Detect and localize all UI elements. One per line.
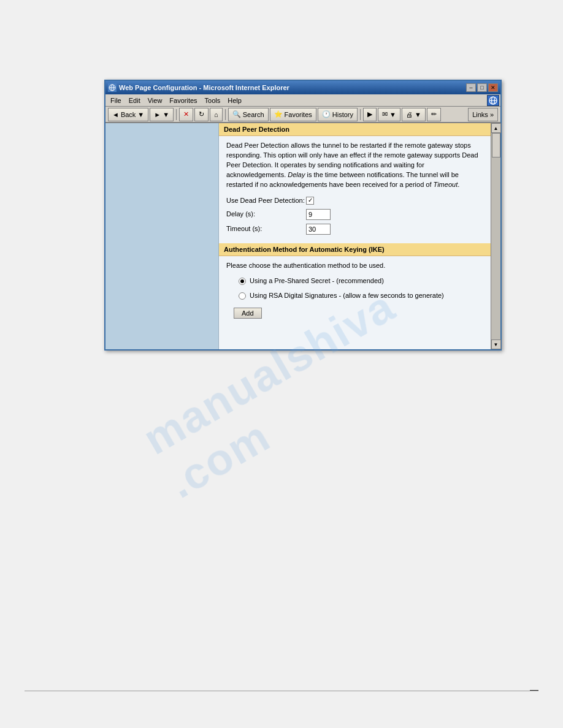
media-button[interactable]: ▶ (363, 108, 377, 121)
dpd-description: Dead Peer Detection allows the tunnel to… (226, 141, 483, 190)
menu-view[interactable]: View (144, 96, 166, 105)
delay-row: Delay (s): (226, 209, 483, 220)
dead-peer-detection-body: Dead Peer Detection allows the tunnel to… (219, 136, 491, 243)
scroll-down-button[interactable]: ▼ (491, 339, 501, 349)
search-button[interactable]: 🔍 Search (228, 108, 269, 121)
rsa-radio[interactable] (239, 292, 246, 300)
main-content: Dead Peer Detection Dead Peer Detection … (219, 123, 491, 349)
rsa-label: Using RSA Digital Signatures - (allow a … (250, 291, 444, 300)
refresh-button[interactable]: ↻ (194, 108, 209, 121)
timeout-label: Timeout (s): (226, 224, 306, 233)
auth-method-body: Please choose the authentication method … (219, 256, 491, 324)
browser-content: Dead Peer Detection Dead Peer Detection … (105, 123, 500, 349)
radio-dot-selected (240, 279, 244, 283)
stop-button[interactable]: ✕ (179, 108, 193, 121)
title-bar: Web Page Configuration - Microsoft Inter… (105, 81, 500, 94)
sidebar (105, 123, 219, 349)
rsa-digital-row: Using RSA Digital Signatures - (allow a … (226, 291, 483, 300)
favorites-button[interactable]: ⭐ Favorites (270, 108, 316, 121)
links-button[interactable]: Links » (468, 108, 498, 121)
separator-2 (225, 109, 226, 120)
close-button[interactable]: ✕ (488, 83, 498, 92)
dropdown-arrow-icon: ▼ (137, 111, 144, 118)
media-icon: ▶ (367, 110, 372, 118)
use-dpd-checkbox[interactable]: ✓ (306, 197, 314, 205)
use-dpd-label: Use Dead Peer Detection: (226, 196, 306, 205)
title-bar-controls: – □ ✕ (466, 83, 498, 92)
scrollbar: ▲ ▼ (491, 123, 500, 349)
scroll-track[interactable] (491, 133, 500, 339)
history-icon: 🕐 (322, 110, 331, 118)
dead-peer-detection-header: Dead Peer Detection (219, 123, 491, 136)
search-icon: 🔍 (232, 110, 241, 118)
scroll-up-button[interactable]: ▲ (491, 123, 501, 133)
home-button[interactable]: ⌂ (210, 108, 223, 121)
home-icon: ⌂ (214, 111, 218, 118)
dropdown2-icon: ▼ (415, 111, 421, 118)
title-bar-left: Web Page Configuration - Microsoft Inter… (108, 83, 289, 92)
print-button[interactable]: 🖨 ▼ (402, 108, 426, 121)
back-button[interactable]: ◄ Back ▼ (108, 108, 148, 121)
edit-icon: ✏ (431, 110, 437, 118)
delay-label: Delay (s): (226, 210, 306, 219)
toolbar: ◄ Back ▼ ► ▼ ✕ ↻ ⌂ 🔍 Search (105, 107, 500, 123)
ie-logo (487, 95, 499, 106)
maximize-button[interactable]: □ (477, 83, 487, 92)
menu-file[interactable]: File (107, 96, 125, 105)
dropdown-icon: ▼ (389, 111, 396, 118)
back-arrow-icon: ◄ (112, 111, 119, 118)
pre-shared-secret-row: Using a Pre-Shared Secret - (recommended… (226, 276, 483, 286)
refresh-icon: ↻ (199, 110, 204, 118)
separator-1 (176, 109, 177, 120)
mail-icon: ✉ (382, 110, 388, 118)
timeout-row: Timeout (s): (226, 224, 483, 235)
mail-button[interactable]: ✉ ▼ (378, 108, 400, 121)
delay-input[interactable] (306, 209, 331, 220)
scroll-thumb[interactable] (492, 133, 500, 157)
browser-window: Web Page Configuration - Microsoft Inter… (104, 80, 502, 351)
menu-tools[interactable]: Tools (201, 96, 224, 105)
timeout-input[interactable] (306, 224, 331, 235)
page-number: — (530, 684, 538, 694)
forward-button[interactable]: ► ▼ (150, 108, 174, 121)
auth-description: Please choose the authentication method … (226, 261, 483, 270)
minimize-button[interactable]: – (466, 83, 476, 92)
add-button[interactable]: Add (234, 308, 262, 319)
window-title: Web Page Configuration - Microsoft Inter… (119, 84, 289, 91)
pre-shared-label: Using a Pre-Shared Secret - (recommended… (250, 276, 384, 286)
history-button[interactable]: 🕐 History (318, 108, 358, 121)
menu-bar: File Edit View Favorites Tools Help (105, 94, 500, 107)
use-dpd-row: Use Dead Peer Detection: ✓ (226, 196, 483, 205)
separator-3 (360, 109, 361, 120)
menu-edit[interactable]: Edit (125, 96, 144, 105)
bottom-separator (25, 691, 538, 691)
print-icon: 🖨 (406, 111, 413, 118)
edit-button[interactable]: ✏ (427, 108, 441, 121)
menu-help[interactable]: Help (224, 96, 245, 105)
favorites-icon: ⭐ (274, 110, 283, 118)
pre-shared-radio[interactable] (239, 278, 246, 285)
forward-arrow-icon: ► (154, 111, 161, 118)
ie-icon (108, 83, 117, 92)
auth-method-header: Authentication Method for Automatic Keyi… (219, 243, 491, 256)
stop-icon: ✕ (183, 110, 189, 118)
menu-favorites[interactable]: Favorites (166, 96, 201, 105)
